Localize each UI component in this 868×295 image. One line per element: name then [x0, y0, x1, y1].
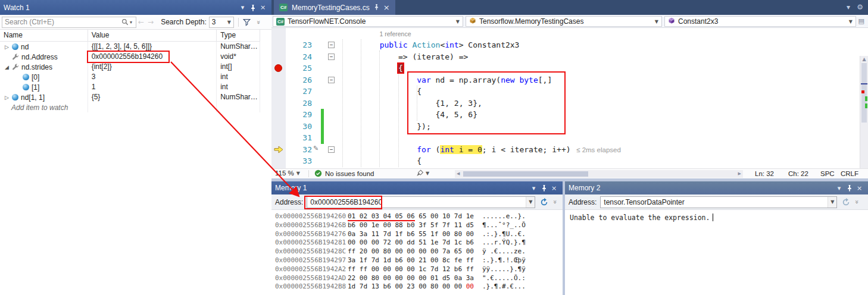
chevron-down-icon[interactable]: ▾: [847, 3, 850, 11]
memory2-address-input[interactable]: tensor.TensorDataPointer ▼: [600, 196, 837, 208]
watch-search-box[interactable]: ▾: [2, 17, 136, 28]
refresh-icon[interactable]: [841, 198, 851, 206]
memory1-dump[interactable]: 0x000002556B19426001 02 03 04 05 06 65 0…: [271, 210, 563, 295]
collapse-arrow-icon[interactable]: ◢: [2, 62, 11, 72]
watch-cell-value[interactable]: 3: [88, 72, 217, 82]
horizontal-scrollbar[interactable]: ◀ ▶: [455, 170, 743, 178]
code-line[interactable]: });: [342, 121, 431, 133]
memory-row[interactable]: 0x000002556B1942AD22 00 80 00 00 00 00 0…: [275, 274, 563, 283]
scroll-right-icon[interactable]: ▶: [738, 171, 741, 176]
watch-cell-value[interactable]: 1: [88, 82, 217, 92]
pin-icon[interactable]: [844, 184, 854, 192]
line-number[interactable]: 32: [286, 144, 312, 156]
status-spaces[interactable]: SPC: [820, 170, 835, 177]
line-number[interactable]: 30: [286, 121, 312, 133]
chevron-down-icon[interactable]: ▼: [526, 197, 535, 208]
code-line[interactable]: {1, 2, 3},: [342, 98, 482, 109]
column-header-name[interactable]: Name: [0, 30, 88, 41]
watch-cell-value[interactable]: {5}: [88, 92, 217, 102]
code-line[interactable]: => (iterate) =>: [342, 51, 468, 63]
watch-titlebar[interactable]: Watch 1 ▾ ×: [0, 0, 271, 15]
line-number[interactable]: 33: [286, 155, 312, 167]
search-icon[interactable]: [120, 18, 130, 26]
chevron-down-icon[interactable]: ▼: [828, 197, 836, 208]
memory-row[interactable]: 0x000002556B1942A2ff ff 00 00 00 00 1c 7…: [275, 265, 563, 274]
vertical-scrollbar[interactable]: ▲ ▼: [860, 56, 868, 168]
watch-add-row[interactable]: Add item to watch: [0, 102, 260, 112]
memory1-titlebar[interactable]: Memory 1 ▾ ×: [271, 181, 563, 194]
code-line[interactable]: {: [342, 86, 421, 98]
column-header-type[interactable]: Type: [217, 30, 260, 41]
refresh-icon[interactable]: [539, 198, 549, 206]
code-line[interactable]: {: [342, 155, 421, 167]
memory-row[interactable]: 0x000002556B19428100 00 00 72 00 dd 51 1…: [275, 238, 563, 247]
line-number[interactable]: 29: [286, 109, 312, 121]
memory-row[interactable]: 0x000002556B1942973a 1f 7d 1d b6 00 21 0…: [275, 256, 563, 265]
line-number[interactable]: 23: [286, 39, 312, 51]
zoom-select[interactable]: 115 %▼: [275, 170, 300, 177]
horizontal-splitter[interactable]: [271, 178, 868, 181]
watch-row[interactable]: [1]1int: [0, 82, 260, 92]
line-number[interactable]: 31: [286, 132, 312, 144]
toolbar-overflow-icon[interactable]: »: [551, 200, 559, 204]
code-line[interactable]: {4, 5, 6}: [342, 109, 477, 121]
search-next-icon[interactable]: →: [148, 18, 154, 26]
window-position-icon[interactable]: ▾: [529, 184, 539, 192]
memory-row[interactable]: 0x000002556B19426Bb6 00 1e 00 88 b0 3f 5…: [275, 221, 563, 230]
scroll-up-icon[interactable]: ▲: [860, 57, 868, 62]
memory-row[interactable]: 0x000002556B1942760a 3a 11 7d 1f b6 55 1…: [275, 230, 563, 239]
expand-arrow-icon[interactable]: ▷: [2, 42, 11, 52]
tab-close-icon[interactable]: ×: [383, 3, 390, 12]
filter-icon[interactable]: [243, 18, 251, 26]
code-line[interactable]: for (int i = 0; i < iterate; i++) ≤ 2ms …: [342, 144, 621, 156]
memory-row[interactable]: 0x000002556B19426001 02 03 04 05 06 65 0…: [275, 212, 563, 221]
code-line[interactable]: public Action<int> Constant2x3: [342, 39, 519, 51]
watch-row[interactable]: ◢nd.strides{int[2]}int[]: [0, 62, 260, 72]
search-options-caret-icon[interactable]: ▾: [130, 20, 136, 25]
watch-row[interactable]: nd.Address0x000002556b194260void*: [0, 52, 260, 62]
breakpoint-icon[interactable]: [274, 64, 282, 72]
expand-arrow-icon[interactable]: ▷: [2, 93, 11, 102]
navbar-options-icon[interactable]: ▤: [858, 17, 864, 25]
tab-memorytestingcases[interactable]: C# MemoryTestingCases.cs ×: [274, 0, 395, 15]
watch-cell-value[interactable]: {[[1, 2, 3], [4, 5, 6]]}: [88, 42, 217, 52]
line-number[interactable]: 25: [286, 62, 312, 74]
project-dropdown[interactable]: C# TensorFlowNET.Console ▼: [273, 16, 463, 27]
fold-toggle-icon[interactable]: −: [328, 42, 335, 48]
search-prev-icon[interactable]: ←: [138, 18, 144, 26]
search-input[interactable]: [2, 18, 120, 26]
member-dropdown[interactable]: Constant2x3 ▼: [664, 16, 856, 27]
line-number[interactable]: 26: [286, 74, 312, 86]
memory2-titlebar[interactable]: Memory 2 ▾ ×: [565, 181, 868, 194]
window-position-icon[interactable]: ▾: [834, 184, 844, 192]
pin-icon[interactable]: [539, 184, 549, 192]
fold-toggle-icon[interactable]: −: [328, 146, 335, 153]
memory1-address-input[interactable]: 0x000002556B194260 ▼: [307, 196, 535, 208]
type-dropdown[interactable]: Tensorflow.MemoryTestingCases ▼: [466, 16, 662, 27]
gear-icon[interactable]: ⚙: [857, 3, 863, 11]
watch-cell-value[interactable]: 0x000002556b194260: [88, 52, 217, 62]
watch-row[interactable]: [0]3int: [0, 72, 260, 82]
close-icon[interactable]: ×: [549, 184, 559, 192]
fold-toggle-icon[interactable]: −: [328, 54, 335, 60]
watch-row[interactable]: ▷nd{[[1, 2, 3], [4, 5, 6]]}NumShar…: [0, 42, 260, 52]
memory-row[interactable]: 0x000002556B1942B81d 7d 13 b6 00 23 00 8…: [275, 283, 563, 291]
line-number[interactable]: 27: [286, 86, 312, 98]
fold-toggle-icon[interactable]: −: [328, 77, 335, 83]
line-number[interactable]: 24: [286, 51, 312, 63]
scrollbar-thumb[interactable]: [463, 171, 588, 177]
watch-row[interactable]: ▷nd[1, 1]{5}NumShar…: [0, 92, 260, 102]
memory-row[interactable]: 0x000002556B19428Cff 20 00 80 00 00 00 0…: [275, 247, 563, 256]
codelens-references[interactable]: 1 reference: [379, 30, 411, 37]
issues-indicator[interactable]: No issues found: [314, 170, 374, 177]
scroll-left-icon[interactable]: ◀: [457, 171, 460, 176]
code-line[interactable]: {: [342, 62, 403, 74]
watch-cell-value[interactable]: {int[2]}: [88, 62, 217, 72]
code-editor[interactable]: ▲ ▼ 231 reference− public Action<int> Co…: [271, 28, 868, 168]
code-line[interactable]: var nd = np.array(new byte[,]: [342, 74, 552, 86]
pin-icon[interactable]: [248, 4, 258, 11]
toolbar-overflow-icon[interactable]: »: [255, 20, 263, 24]
vertical-splitter[interactable]: [563, 181, 565, 295]
tab-pin-icon[interactable]: [374, 4, 379, 12]
line-number[interactable]: 28: [286, 98, 312, 109]
